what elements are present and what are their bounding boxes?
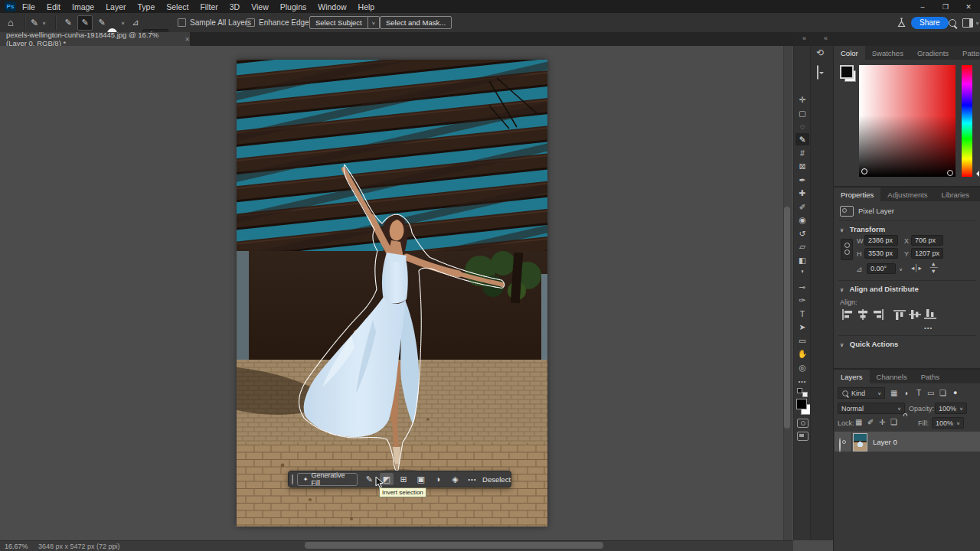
quick-mask-button[interactable] [797, 419, 808, 428]
deselect-button[interactable]: Deselect [482, 475, 511, 484]
tool-hand[interactable]: ✋ [795, 347, 809, 360]
tool-path-select[interactable]: ➤ [795, 321, 809, 333]
filter-pixel-layers-button[interactable]: ▦ [890, 389, 897, 397]
edit-toolbar-button[interactable]: ••• [795, 375, 809, 387]
transform-selection-button[interactable]: ⊞ [397, 473, 410, 485]
generative-fill-button[interactable]: ✦ Generative Fill [297, 473, 358, 486]
menu-select[interactable]: Select [166, 2, 188, 11]
menu-3d[interactable]: 3D [230, 2, 240, 11]
transform-section-header[interactable]: ∨ Transform [840, 225, 885, 233]
tool-eraser[interactable]: ▱ [795, 240, 809, 253]
restore-button[interactable]: ❐ [934, 0, 957, 13]
blend-mode-select[interactable]: Normal∨ [838, 403, 905, 414]
workspace-switcher[interactable]: ∨ [962, 13, 979, 32]
opacity-input[interactable]: 100%∨ [935, 403, 967, 414]
fill-input[interactable]: 100%∨ [932, 417, 964, 429]
tool-healing-brush[interactable]: ✚ [795, 187, 809, 199]
tab-properties[interactable]: Properties [834, 187, 880, 201]
rotate-angle-input[interactable]: 0.00° [867, 263, 896, 274]
tab-patterns[interactable]: Patterns [956, 46, 980, 60]
tool-pen[interactable]: ✑ [795, 294, 809, 306]
enhance-edge-checkbox[interactable]: Enhance Edge [247, 13, 309, 32]
layer-name[interactable]: Layer 0 [873, 438, 897, 446]
canvas-image[interactable] [237, 60, 547, 527]
screen-mode-button[interactable] [797, 432, 808, 441]
flip-horizontal-button[interactable]: ◂│▸ [911, 264, 922, 272]
menu-file[interactable]: File [22, 2, 35, 11]
menu-view[interactable]: View [251, 2, 269, 11]
tool-history-brush[interactable]: ↺ [795, 227, 809, 240]
fill-selection-button[interactable]: ◈ [448, 473, 462, 485]
tool-selection-brush[interactable]: ✎ [795, 133, 809, 145]
align-bottom-button[interactable] [924, 309, 936, 320]
vertical-scrollbar-thumb[interactable] [784, 207, 790, 429]
tab-color[interactable]: Color [834, 46, 865, 60]
select-subject-chevron[interactable]: ∨ [368, 16, 380, 29]
align-section-header[interactable]: ∨ Align and Distribute [840, 285, 919, 293]
lock-position-button[interactable]: ✛ [879, 418, 885, 426]
filter-toggle-dot[interactable]: ● [953, 389, 957, 396]
align-left-button[interactable] [841, 309, 854, 320]
menu-filter[interactable]: Filter [200, 2, 217, 11]
horizontal-scrollbar-thumb[interactable] [305, 542, 603, 549]
share-button[interactable]: Share [911, 17, 949, 29]
select-subject-button[interactable]: Select Subject [309, 16, 368, 29]
tab-libraries[interactable]: Libraries [935, 187, 976, 201]
height-input[interactable]: 3530 px [864, 248, 898, 259]
home-icon[interactable]: ⌂ [8, 13, 14, 32]
tab-gradients[interactable]: Gradients [910, 46, 956, 60]
flip-vertical-button[interactable]: ◂│▸ [930, 262, 938, 273]
quick-actions-header[interactable]: ∨ Quick Actions [840, 340, 898, 348]
reference-point-icon[interactable] [841, 239, 853, 260]
align-top-button[interactable] [893, 309, 906, 320]
tool-gradient[interactable]: ◧ [795, 254, 809, 266]
align-middle-v-button[interactable] [909, 309, 921, 320]
menu-image[interactable]: Image [72, 2, 94, 11]
layer-visibility-eye-icon[interactable] [839, 439, 841, 452]
color-field[interactable] [859, 65, 956, 177]
tool-shape[interactable]: ▭ [795, 334, 809, 347]
tab-close-icon[interactable]: ✕ [185, 36, 190, 43]
hue-slider-marker[interactable] [973, 171, 979, 177]
layer-thumbnail[interactable] [853, 433, 867, 452]
brush-picker-chevron[interactable]: ∨ [121, 13, 125, 32]
subtract-selection-mode-button[interactable]: ✎ [95, 16, 109, 30]
add-selection-mode-button[interactable]: ✎ [77, 15, 93, 31]
history-panel-icon[interactable]: ⟲ [816, 47, 824, 58]
tool-clone-stamp[interactable]: ◉ [795, 214, 809, 226]
tab-adjustments[interactable]: Adjustments [880, 187, 934, 201]
layer-row[interactable]: Layer 0 [835, 432, 980, 452]
menu-edit[interactable]: Edit [47, 2, 60, 11]
create-adjustment-button[interactable]: ◑ [431, 473, 445, 485]
select-and-mask-button[interactable]: Select and Mask... [380, 16, 452, 29]
foreground-color-swatch[interactable] [796, 399, 807, 409]
tab-paths[interactable]: Paths [914, 370, 946, 383]
collapse-toolbar-icon[interactable]: « [802, 34, 806, 42]
taskbar-drag-handle[interactable] [292, 474, 293, 484]
taskbar-more-button[interactable]: ••• [466, 473, 479, 485]
tool-dodge[interactable]: ⊸ [795, 281, 809, 293]
y-input[interactable]: 1207 px [911, 248, 943, 259]
tool-preset-button[interactable]: ✎ ∨ [31, 13, 46, 32]
collapse-dock-icon[interactable]: « [824, 34, 828, 42]
tool-lasso[interactable]: ◌ [795, 120, 809, 132]
lock-artboard-button[interactable]: ❏ [890, 418, 897, 426]
hue-slider[interactable] [962, 65, 972, 177]
layer-filter-type-select[interactable]: Kind ∨ [838, 387, 885, 399]
lock-transparent-button[interactable]: ▦ [855, 418, 862, 426]
document-tab[interactable]: pexels-wellington-cunha-1918445.jpg @ 16… [0, 32, 190, 46]
tool-crop[interactable]: # [795, 147, 809, 159]
tab-channels[interactable]: Channels [870, 370, 914, 383]
modify-selection-button[interactable]: ✎ [362, 473, 376, 485]
width-input[interactable]: 2386 px [864, 235, 898, 246]
tool-brush[interactable]: ✐ [795, 201, 809, 213]
tool-frame[interactable]: ⊠ [795, 160, 809, 172]
menu-layer[interactable]: Layer [106, 2, 126, 11]
zoom-level-field[interactable]: 16.67% [5, 543, 28, 550]
tool-marquee[interactable]: ▢ [795, 107, 809, 119]
menu-window[interactable]: Window [318, 2, 346, 11]
menu-plugins[interactable]: Plugins [280, 2, 306, 11]
create-mask-button[interactable]: ▣ [413, 473, 427, 485]
filter-smart-objects-button[interactable]: ❏ [939, 389, 946, 397]
tool-move[interactable]: ✛ [795, 93, 809, 106]
